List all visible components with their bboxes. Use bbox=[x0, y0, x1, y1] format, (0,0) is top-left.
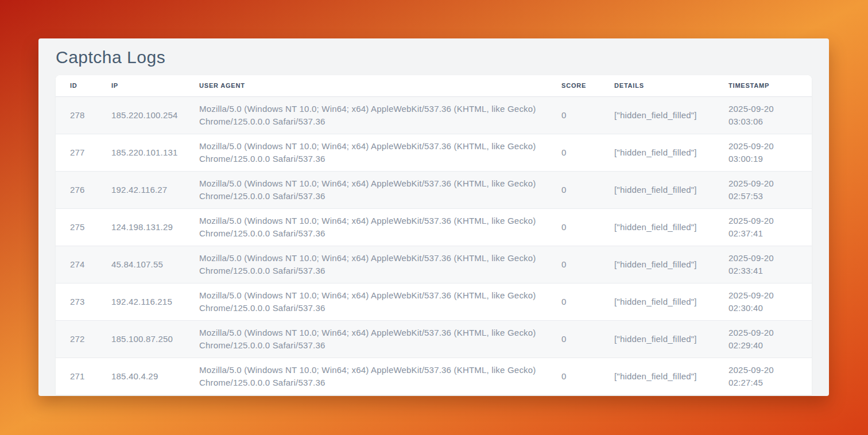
cell-ip: 185.220.100.254 bbox=[97, 96, 185, 134]
cell-ip: 185.40.4.29 bbox=[97, 358, 185, 395]
cell-timestamp: 2025-09-20 02:27:45 bbox=[714, 358, 812, 395]
column-header-user-agent: USER AGENT bbox=[185, 75, 547, 96]
cell-timestamp: 2025-09-20 03:03:06 bbox=[714, 96, 812, 134]
cell-ip: 185.100.87.250 bbox=[97, 320, 185, 358]
cell-details: ["hidden_field_filled"] bbox=[600, 283, 714, 320]
cell-details: ["hidden_field_filled"] bbox=[600, 246, 714, 283]
table-row: 275 124.198.131.29 Mozilla/5.0 (Windows … bbox=[56, 208, 812, 246]
cell-details: ["hidden_field_filled"] bbox=[600, 320, 714, 358]
cell-ip: 124.198.131.29 bbox=[97, 208, 185, 246]
cell-user-agent: Mozilla/5.0 (Windows NT 10.0; Win64; x64… bbox=[185, 320, 547, 358]
cell-user-agent: Mozilla/5.0 (Windows NT 10.0; Win64; x64… bbox=[185, 358, 547, 395]
cell-score: 0 bbox=[547, 283, 600, 320]
cell-details: ["hidden_field_filled"] bbox=[600, 134, 714, 171]
table-row: 271 185.40.4.29 Mozilla/5.0 (Windows NT … bbox=[56, 358, 812, 395]
page-title: Captcha Logs bbox=[56, 47, 812, 68]
cell-timestamp: 2025-09-20 03:00:19 bbox=[714, 134, 812, 171]
cell-timestamp: 2025-09-20 02:37:41 bbox=[714, 208, 812, 246]
table-row: 273 192.42.116.215 Mozilla/5.0 (Windows … bbox=[56, 283, 812, 320]
cell-user-agent: Mozilla/5.0 (Windows NT 10.0; Win64; x64… bbox=[185, 246, 547, 283]
cell-id: 275 bbox=[56, 208, 97, 246]
cell-details: ["hidden_field_filled"] bbox=[600, 208, 714, 246]
cell-score: 0 bbox=[547, 171, 600, 208]
cell-id: 273 bbox=[56, 283, 97, 320]
cell-score: 0 bbox=[547, 208, 600, 246]
captcha-logs-table: ID IP USER AGENT SCORE DETAILS TIMESTAMP… bbox=[56, 75, 812, 395]
cell-details: ["hidden_field_filled"] bbox=[600, 96, 714, 134]
cell-score: 0 bbox=[547, 320, 600, 358]
column-header-details: DETAILS bbox=[600, 75, 714, 96]
cell-user-agent: Mozilla/5.0 (Windows NT 10.0; Win64; x64… bbox=[185, 171, 547, 208]
cell-ip: 185.220.101.131 bbox=[97, 134, 185, 171]
cell-timestamp: 2025-09-20 02:30:40 bbox=[714, 283, 812, 320]
cell-ip: 45.84.107.55 bbox=[97, 246, 185, 283]
cell-id: 278 bbox=[56, 96, 97, 134]
cell-user-agent: Mozilla/5.0 (Windows NT 10.0; Win64; x64… bbox=[185, 134, 547, 171]
column-header-score: SCORE bbox=[547, 75, 600, 96]
table-row: 272 185.100.87.250 Mozilla/5.0 (Windows … bbox=[56, 320, 812, 358]
captcha-logs-card: Captcha Logs ID IP USER AGENT SCORE DETA… bbox=[38, 38, 829, 396]
cell-id: 271 bbox=[56, 358, 97, 395]
cell-user-agent: Mozilla/5.0 (Windows NT 10.0; Win64; x64… bbox=[185, 96, 547, 134]
column-header-id: ID bbox=[56, 75, 97, 96]
cell-id: 272 bbox=[56, 320, 97, 358]
table-row: 276 192.42.116.27 Mozilla/5.0 (Windows N… bbox=[56, 171, 812, 208]
cell-id: 277 bbox=[56, 134, 97, 171]
cell-timestamp: 2025-09-20 02:57:53 bbox=[714, 171, 812, 208]
cell-ip: 192.42.116.215 bbox=[97, 283, 185, 320]
table-row: 277 185.220.101.131 Mozilla/5.0 (Windows… bbox=[56, 134, 812, 171]
cell-score: 0 bbox=[547, 358, 600, 395]
cell-score: 0 bbox=[547, 96, 600, 134]
table-row: 278 185.220.100.254 Mozilla/5.0 (Windows… bbox=[56, 96, 812, 134]
cell-details: ["hidden_field_filled"] bbox=[600, 358, 714, 395]
table-header-row: ID IP USER AGENT SCORE DETAILS TIMESTAMP bbox=[56, 75, 812, 96]
page-background: { "page": { "title": "Captcha Logs" }, "… bbox=[0, 0, 868, 435]
cell-user-agent: Mozilla/5.0 (Windows NT 10.0; Win64; x64… bbox=[185, 283, 547, 320]
cell-id: 274 bbox=[56, 246, 97, 283]
cell-score: 0 bbox=[547, 246, 600, 283]
cell-ip: 192.42.116.27 bbox=[97, 171, 185, 208]
table-row: 274 45.84.107.55 Mozilla/5.0 (Windows NT… bbox=[56, 246, 812, 283]
cell-id: 276 bbox=[56, 171, 97, 208]
column-header-timestamp: TIMESTAMP bbox=[714, 75, 812, 96]
cell-timestamp: 2025-09-20 02:29:40 bbox=[714, 320, 812, 358]
captcha-logs-table-container: ID IP USER AGENT SCORE DETAILS TIMESTAMP… bbox=[56, 75, 812, 395]
cell-details: ["hidden_field_filled"] bbox=[600, 171, 714, 208]
cell-score: 0 bbox=[547, 134, 600, 171]
cell-timestamp: 2025-09-20 02:33:41 bbox=[714, 246, 812, 283]
cell-user-agent: Mozilla/5.0 (Windows NT 10.0; Win64; x64… bbox=[185, 208, 547, 246]
column-header-ip: IP bbox=[97, 75, 185, 96]
